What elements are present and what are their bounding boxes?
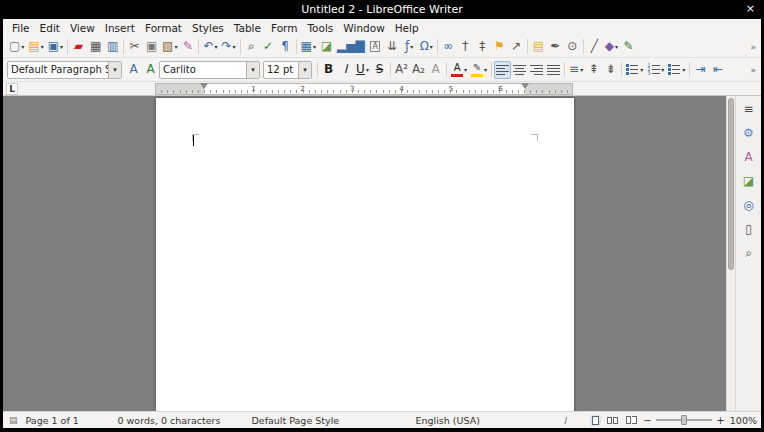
menu-table[interactable]: Table	[229, 21, 266, 35]
ordered-list-button[interactable]: 123▾	[645, 61, 666, 79]
paragraph-style-select[interactable]: Default Paragraph Style▾	[7, 61, 122, 79]
zoom-in-button[interactable]: +	[716, 415, 725, 426]
outline-format-dropdown-arrow-icon[interactable]: ▾	[682, 66, 685, 73]
insert-hyperlink-icon[interactable]: ∞	[440, 38, 457, 56]
clear-direct-formatting-icon[interactable]: A	[427, 61, 444, 79]
increase-paragraph-spacing-icon[interactable]: ⇞	[585, 61, 602, 79]
menu-window[interactable]: Window	[338, 21, 389, 35]
track-changes-icon[interactable]: ✒	[547, 38, 564, 56]
spelling-icon[interactable]: ✓	[260, 38, 277, 56]
insert-image-icon[interactable]: ◪	[318, 38, 335, 56]
close-icon[interactable]: ×	[746, 3, 755, 15]
toolbar-overflow-icon[interactable]: »	[748, 64, 758, 76]
unordered-list-dropdown-arrow-icon[interactable]: ▾	[640, 66, 643, 73]
insert-field-icon[interactable]: ƒ▾	[401, 38, 418, 56]
menu-styles[interactable]: Styles	[187, 21, 229, 35]
redo-dropdown-arrow-icon[interactable]: ▾	[233, 43, 236, 50]
left-indent-marker[interactable]	[200, 83, 208, 89]
insert-text-box-icon[interactable]: A	[367, 38, 384, 56]
scrollbar-thumb[interactable]	[728, 98, 734, 270]
zoom-slider[interactable]	[656, 419, 712, 421]
basic-shapes-icon[interactable]: ◆▾	[603, 38, 620, 56]
statusbar-page-style[interactable]: Default Page Style	[246, 415, 410, 426]
font-color-dropdown-arrow-icon[interactable]: ▾	[464, 66, 467, 73]
open-file-icon[interactable]: ▤▾	[26, 38, 45, 56]
sidebar-navigator-icon[interactable]: ◎	[739, 195, 759, 214]
highlighting-color-icon[interactable]: ✎▾	[469, 61, 489, 79]
document-modified-icon[interactable]: ▤	[7, 415, 20, 425]
redo-icon[interactable]: ↷▾	[220, 38, 238, 56]
font-color-icon[interactable]: A▾	[449, 61, 469, 79]
sidebar-page-icon[interactable]: ▯	[739, 219, 759, 238]
right-indent-marker[interactable]	[521, 83, 529, 89]
menu-insert[interactable]: Insert	[100, 21, 140, 35]
menu-format[interactable]: Format	[140, 21, 187, 35]
set-line-spacing-icon[interactable]: ≡▾	[567, 61, 585, 79]
highlighting-color-dropdown-arrow-icon[interactable]: ▾	[484, 66, 487, 73]
insert-table-dropdown-arrow-icon[interactable]: ▾	[313, 43, 316, 50]
view-single-page-button[interactable]	[590, 415, 601, 426]
ordered-list-dropdown-arrow-icon[interactable]: ▾	[661, 66, 664, 73]
paragraph-style-select-dropdown-arrow-icon[interactable]: ▾	[108, 62, 121, 78]
tab-stop-selector[interactable]: L	[6, 83, 18, 95]
superscript-icon[interactable]: A²	[393, 61, 410, 79]
align-justified-button[interactable]	[545, 61, 562, 79]
insert-table-icon[interactable]: ▦▾	[299, 38, 318, 56]
save-dropdown-arrow-icon[interactable]: ▾	[60, 43, 63, 50]
increase-indent-icon[interactable]: ⇥	[692, 61, 709, 79]
sidebar-settings-icon[interactable]: ≡	[739, 99, 759, 118]
insert-footnote-icon[interactable]: †	[457, 38, 474, 56]
view-book-mode-button[interactable]	[624, 415, 639, 425]
insert-chart-icon[interactable]: ▂▅▇	[335, 38, 367, 56]
strikethrough-icon[interactable]: S	[371, 61, 388, 79]
menu-file[interactable]: File	[7, 21, 35, 35]
sidebar-style-inspector-icon[interactable]: ⌕	[739, 243, 759, 262]
insert-field-dropdown-arrow-icon[interactable]: ▾	[410, 43, 413, 50]
export-pdf-icon[interactable]: ▰	[70, 38, 87, 56]
find-and-replace-icon[interactable]: ⌕	[243, 38, 260, 56]
insert-comment-icon[interactable]: ▤	[530, 38, 547, 56]
new-document-icon[interactable]: ▢▾	[7, 38, 26, 56]
menu-view[interactable]: View	[65, 21, 100, 35]
insert-page-break-icon[interactable]: ⇊	[384, 38, 401, 56]
print-preview-icon[interactable]: ▥	[104, 38, 121, 56]
basic-shapes-dropdown-arrow-icon[interactable]: ▾	[615, 43, 618, 50]
align-right-button[interactable]	[528, 61, 545, 79]
insert-line-icon[interactable]: ╱	[586, 38, 603, 56]
document-page[interactable]	[156, 98, 574, 411]
paste-icon[interactable]: ▧▾	[160, 38, 179, 56]
insert-endnote-icon[interactable]: ‡	[474, 38, 491, 56]
new-document-dropdown-arrow-icon[interactable]: ▾	[21, 43, 24, 50]
align-center-button[interactable]	[511, 61, 528, 79]
show-track-changes-icon[interactable]: ⊙	[564, 38, 581, 56]
cut-icon[interactable]: ✂	[126, 38, 143, 56]
formatting-marks-icon[interactable]: ¶	[277, 38, 294, 56]
view-multiple-pages-button[interactable]	[605, 416, 620, 425]
outline-format-button[interactable]: ▾	[666, 61, 687, 79]
sidebar-gallery-icon[interactable]: ◪	[739, 171, 759, 190]
selection-mode-icon[interactable]: I	[558, 415, 584, 426]
decrease-paragraph-spacing-icon[interactable]: ⇟	[602, 61, 619, 79]
menu-edit[interactable]: Edit	[35, 21, 65, 35]
italic-icon[interactable]: I	[337, 61, 354, 79]
set-line-spacing-dropdown-arrow-icon[interactable]: ▾	[580, 66, 583, 73]
clone-formatting-icon[interactable]: ✎	[179, 38, 196, 56]
print-icon[interactable]: ▦	[87, 38, 104, 56]
statusbar-language[interactable]: English (USA)	[410, 415, 558, 426]
undo-dropdown-arrow-icon[interactable]: ▾	[215, 43, 218, 50]
font-size-select-dropdown-arrow-icon[interactable]: ▾	[298, 62, 311, 78]
open-file-dropdown-arrow-icon[interactable]: ▾	[41, 43, 44, 50]
bold-icon[interactable]: B	[320, 61, 337, 79]
sidebar-styles-icon[interactable]: A	[739, 147, 759, 166]
sidebar-properties-icon[interactable]: ⚙	[739, 123, 759, 142]
insert-cross-reference-icon[interactable]: ↗	[508, 38, 525, 56]
zoom-out-button[interactable]: −	[643, 415, 652, 426]
vertical-scrollbar[interactable]	[726, 96, 735, 411]
menu-tools[interactable]: Tools	[302, 21, 338, 35]
zoom-level[interactable]: 100%	[729, 415, 757, 426]
font-size-select[interactable]: 12 pt▾	[263, 61, 312, 79]
undo-icon[interactable]: ↶▾	[201, 38, 219, 56]
toolbar-overflow-icon[interactable]: »	[748, 41, 758, 53]
save-icon[interactable]: ▣▾	[46, 38, 65, 56]
align-left-button[interactable]	[494, 61, 511, 79]
